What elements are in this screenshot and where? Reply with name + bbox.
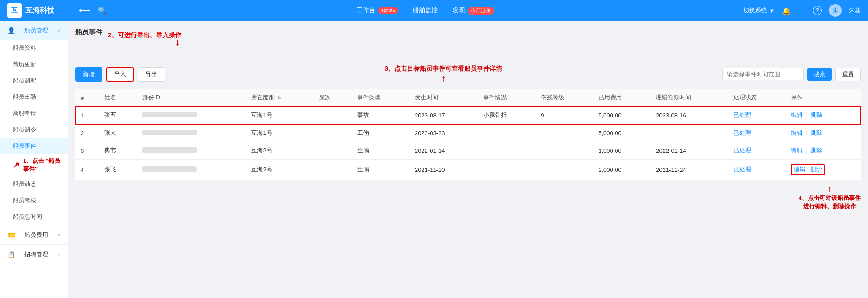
sidebar-parent-crew-management[interactable]: 👤 船员管理 ∨ [0, 21, 68, 40]
back-icon[interactable]: ⟵ [79, 5, 91, 15]
nav-workbench[interactable]: 工作台 13125 [356, 6, 398, 15]
table-row[interactable]: 3 典韦 互海2号 生病 2022-01-14 1,000.00 2022-01… [75, 142, 861, 160]
cell-event-desc [478, 142, 535, 160]
today-price-badge: 今日油价 [468, 7, 494, 15]
cell-used-fee: 5,000.00 [593, 107, 650, 124]
cell-name: 张大 [99, 124, 137, 142]
cell-event-type: 事故 [352, 107, 409, 124]
nav-right: 切换系统 ▼ 🔔 ⛶ ? 朱 朱基 [743, 4, 861, 17]
expand-icon[interactable]: ⛶ [798, 6, 805, 15]
cell-index: 4 [75, 160, 99, 180]
cell-name: 张五 [99, 107, 137, 124]
action-highlighted-box: 编辑 | 删除 [791, 164, 825, 175]
app-name: 互海科技 [25, 6, 54, 15]
edit-link-2[interactable]: 编辑 [791, 129, 803, 136]
export-button[interactable]: 导出 [138, 67, 165, 82]
cell-event-desc: 小腿骨折 [478, 107, 535, 124]
recruit-icon: 📋 [7, 251, 15, 258]
toolbar-left: 新增 导入 导出 [75, 67, 165, 82]
cell-disability: 9 [535, 107, 593, 124]
cell-action-4: 编辑 | 删除 [786, 160, 861, 180]
user-name: 朱基 [849, 6, 861, 15]
cell-ship: 互海2号 [246, 142, 314, 160]
sidebar-parent-crew-fee[interactable]: 💳 船员费用 > [0, 225, 68, 244]
table-row[interactable]: 4 张飞 互海2号 生病 2021-11-20 2,000.00 2021-11… [75, 160, 861, 180]
add-button[interactable]: 新增 [75, 67, 102, 82]
nav-ship-monitor[interactable]: 船舶监控 [412, 6, 438, 15]
cell-claim-time: 2023-08-16 [650, 107, 728, 124]
cell-disability [535, 142, 593, 160]
delete-link-2[interactable]: 删除 [811, 129, 823, 136]
sidebar-item-crew-order[interactable]: 船员调令 [0, 122, 68, 138]
col-id: 身份ID [137, 89, 246, 107]
cell-event-desc [478, 124, 535, 142]
sidebar-item-crew-attendance[interactable]: 船员出勤 [0, 89, 68, 105]
cell-claim-time: 2021-11-24 [650, 160, 728, 180]
nav-center: 工作台 13125 船舶监控 发现 今日油价 [107, 6, 743, 15]
cell-index: 3 [75, 142, 99, 160]
sidebar-section-crew-management: 👤 船员管理 ∨ 船员资料 简历更新 船员调配 船员出勤 离船申请 船员调令 [0, 21, 68, 225]
avatar[interactable]: 朱 [829, 4, 842, 17]
search-icon[interactable]: 🔍 [98, 6, 107, 15]
col-ship: 所在船舶 ⇅ [246, 89, 314, 107]
delete-link-4[interactable]: 删除 [810, 166, 822, 174]
help-icon[interactable]: ? [813, 6, 822, 15]
cell-event-time: 2023-03-23 [409, 124, 478, 142]
cell-voyage [314, 124, 352, 142]
table-row[interactable]: 1 张五 互海1号 事故 2023-08-17 小腿骨折 9 5,000.00 … [75, 107, 861, 124]
search-button[interactable]: 搜索 [807, 68, 832, 81]
cell-voyage [314, 107, 352, 124]
cell-id [137, 124, 246, 142]
sidebar-item-crew-assessment[interactable]: 船员考核 [0, 192, 68, 209]
cell-id [137, 107, 246, 124]
edit-link-4[interactable]: 编辑 [794, 166, 805, 174]
nav-discover[interactable]: 发现 今日油价 [452, 6, 494, 15]
sidebar-item-leave-ship[interactable]: 离船申请 [0, 105, 68, 122]
delete-link-3[interactable]: 删除 [811, 147, 823, 154]
main-layout: 👤 船员管理 ∨ 船员资料 简历更新 船员调配 船员出勤 离船申请 船员调令 [0, 21, 868, 298]
cell-action: 编辑 | 删除 [786, 142, 861, 160]
sidebar-item-resume-update[interactable]: 简历更新 [0, 56, 68, 73]
col-status: 处理状态 [728, 89, 786, 107]
sort-icon: ⇅ [277, 95, 281, 100]
title-area: 船员事件 2、可进行导出、导入操作 ↓ [75, 28, 861, 42]
col-index: # [75, 89, 99, 107]
cell-ship: 互海1号 [246, 124, 314, 142]
cell-event-type: 生病 [352, 160, 409, 180]
sidebar-item-crew-event[interactable]: 船员事件 [0, 138, 68, 154]
sidebar-item-crew-dispatch[interactable]: 船员调配 [0, 73, 68, 89]
events-table: # 姓名 身份ID 所在船舶 ⇅ 航次 事件类型 发生时间 事件情况 伤残等级 … [75, 89, 861, 180]
cell-status: 已处理 [728, 142, 786, 160]
sidebar-item-crew-profile[interactable]: 船员资料 [0, 40, 68, 56]
cell-index: 2 [75, 124, 99, 142]
crew-management-icon: 👤 [7, 27, 15, 34]
sidebar-item-crew-rest-time[interactable]: 船员息时间 [0, 209, 68, 225]
edit-link-3[interactable]: 编辑 [791, 147, 803, 154]
sidebar-parent-recruit[interactable]: 📋 招聘管理 > [0, 245, 68, 264]
switch-system-btn[interactable]: 切换系统 ▼ [743, 6, 775, 15]
event-time-search-input[interactable] [722, 68, 804, 80]
reset-button[interactable]: 重置 [835, 68, 861, 81]
table-row[interactable]: 2 张大 互海1号 工伤 2023-03-23 5,000.00 已处理 [75, 124, 861, 142]
cell-voyage [314, 160, 352, 180]
cell-status: 已处理 [728, 124, 786, 142]
delete-link-1[interactable]: 删除 [811, 112, 823, 118]
cell-event-time: 2022-01-14 [409, 142, 478, 160]
import-button[interactable]: 导入 [106, 67, 134, 82]
app-logo: 互 互海科技 [7, 3, 75, 18]
sidebar-item-crew-dynamics[interactable]: 船员动态 [0, 176, 68, 192]
table-body: 1 张五 互海1号 事故 2023-08-17 小腿骨折 9 5,000.00 … [75, 107, 861, 180]
bell-icon[interactable]: 🔔 [782, 6, 791, 15]
edit-link-1[interactable]: 编辑 [791, 112, 803, 118]
cell-claim-time [650, 124, 728, 142]
annotation-4-area: ↑ 4、点击可对该船员事件 进行编辑、删除操作 [75, 184, 861, 210]
col-claim-time: 理赔额款时间 [650, 89, 728, 107]
cell-used-fee: 2,000.00 [593, 160, 650, 180]
sidebar-section-crew-fee: 💳 船员费用 > [0, 225, 68, 245]
col-event-time: 发生时间 [409, 89, 478, 107]
col-used-fee: 已用费用 [593, 89, 650, 107]
chevron-icon: ∨ [57, 28, 60, 33]
cell-ship: 互海2号 [246, 160, 314, 180]
col-event-desc: 事件情况 [478, 89, 535, 107]
events-table-wrapper: # 姓名 身份ID 所在船舶 ⇅ 航次 事件类型 发生时间 事件情况 伤残等级 … [75, 89, 861, 180]
